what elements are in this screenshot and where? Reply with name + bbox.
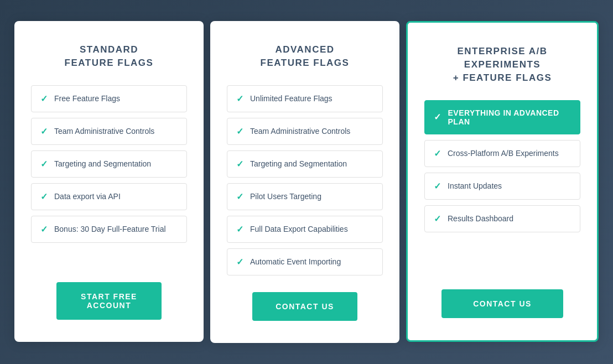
check-icon: ✓ [40, 191, 48, 202]
feature-item: ✓Bonus: 30 Day Full-Feature Trial [31, 216, 187, 243]
feature-item: ✓Data export via API [31, 183, 187, 210]
check-icon: ✓ [236, 191, 243, 202]
enterprise-features-list: ✓EVERYTHING IN ADVANCED PLAN✓Cross-Platf… [424, 100, 580, 273]
standard-title: STANDARD FEATURE FLAGS [65, 43, 154, 70]
enterprise-title: ENTERPRISE A/B EXPERIMENTS + FEATURE FLA… [424, 45, 580, 84]
advanced-title: ADVANCED FEATURE FLAGS [261, 43, 350, 70]
feature-text: Team Administrative Controls [54, 127, 154, 136]
feature-item: ✓Team Administrative Controls [31, 118, 187, 145]
feature-text: Results Dashboard [448, 214, 513, 223]
feature-item: ✓Full Data Export Capabilities [227, 216, 383, 243]
check-icon: ✓ [434, 214, 441, 224]
feature-item: ✓Automatic Event Importing [227, 248, 383, 275]
check-icon: ✓ [236, 126, 243, 137]
feature-item: ✓Unlimited Feature Flags [227, 85, 383, 112]
check-icon: ✓ [40, 159, 48, 169]
feature-text: EVERYTHING IN ADVANCED PLAN [448, 108, 572, 126]
feature-text: Data export via API [54, 192, 121, 201]
check-icon: ✓ [434, 112, 441, 122]
feature-item: ✓Pilot Users Targeting [227, 183, 383, 210]
check-icon: ✓ [40, 93, 48, 104]
feature-text: Instant Updates [448, 181, 502, 190]
check-icon: ✓ [236, 93, 243, 104]
check-icon: ✓ [236, 224, 243, 235]
check-icon: ✓ [40, 224, 48, 235]
check-icon: ✓ [236, 257, 243, 267]
feature-item: ✓Free Feature Flags [31, 85, 187, 112]
feature-text: Automatic Event Importing [250, 257, 341, 266]
check-icon: ✓ [236, 159, 243, 169]
pricing-container: STANDARD FEATURE FLAGS✓Free Feature Flag… [11, 21, 602, 343]
feature-item: ✓Cross-Platform A/B Experiments [424, 140, 580, 167]
feature-item: ✓Team Administrative Controls [227, 118, 383, 145]
feature-text: Bonus: 30 Day Full-Feature Trial [54, 225, 166, 233]
standard-features-list: ✓Free Feature Flags✓Team Administrative … [31, 85, 187, 266]
feature-text: Targeting and Segmentation [250, 159, 347, 168]
card-enterprise: ENTERPRISE A/B EXPERIMENTS + FEATURE FLA… [406, 21, 599, 342]
standard-cta-button[interactable]: START FREE ACCOUNT [56, 282, 162, 320]
card-advanced: ADVANCED FEATURE FLAGS✓Unlimited Feature… [210, 21, 399, 343]
check-icon: ✓ [434, 148, 441, 159]
advanced-cta-button[interactable]: CONTACT US [252, 292, 357, 321]
feature-item: ✓Targeting and Segmentation [227, 150, 383, 178]
advanced-features-list: ✓Unlimited Feature Flags✓Team Administra… [227, 85, 383, 275]
enterprise-cta-button[interactable]: CONTACT US [441, 289, 563, 318]
check-icon: ✓ [40, 126, 48, 137]
feature-text: Full Data Export Capabilities [250, 225, 348, 233]
feature-text: Cross-Platform A/B Experiments [448, 149, 559, 158]
feature-text: Targeting and Segmentation [54, 159, 151, 168]
feature-text: Unlimited Feature Flags [250, 94, 333, 103]
feature-item: ✓Results Dashboard [424, 205, 580, 232]
feature-item: ✓Instant Updates [424, 173, 580, 200]
feature-item: ✓Targeting and Segmentation [31, 150, 187, 178]
card-standard: STANDARD FEATURE FLAGS✓Free Feature Flag… [14, 21, 204, 342]
feature-text: Pilot Users Targeting [250, 192, 321, 201]
feature-text: Free Feature Flags [54, 94, 120, 103]
feature-text: Team Administrative Controls [250, 127, 350, 136]
check-icon: ✓ [434, 181, 441, 191]
feature-item: ✓EVERYTHING IN ADVANCED PLAN [424, 100, 580, 134]
